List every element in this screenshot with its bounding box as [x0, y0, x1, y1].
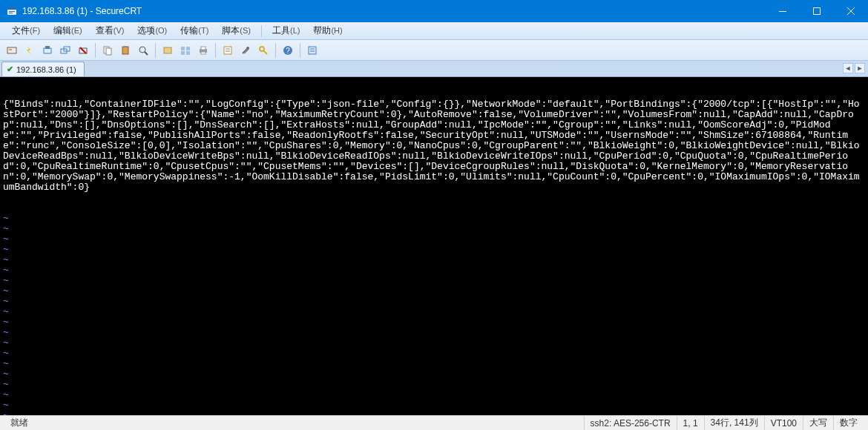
tabbar: ✔ 192.168.3.86 (1) ◄ ►	[0, 61, 868, 77]
connected-check-icon: ✔	[7, 64, 13, 74]
quick-connect-icon[interactable]	[22, 43, 37, 58]
svg-rect-10	[44, 48, 51, 53]
settings-icon[interactable]	[238, 43, 253, 58]
toolbar: ?	[0, 40, 868, 61]
menu-transfer[interactable]: 传输(T)	[174, 23, 214, 39]
terminal-output: {"Binds":null,"ContainerIDFile":"","LogC…	[3, 99, 865, 193]
svg-rect-23	[181, 47, 185, 50]
svg-rect-29	[201, 52, 206, 54]
toolbar-separator	[300, 43, 300, 58]
session-tab[interactable]: ✔ 192.168.3.86 (1)	[1, 62, 85, 76]
paste-icon[interactable]	[118, 43, 133, 58]
tile-icon[interactable]	[178, 43, 193, 58]
app-icon	[6, 5, 18, 17]
status-connection: ssh2: AES-256-CTR	[584, 416, 677, 430]
svg-rect-2	[9, 11, 15, 12]
svg-rect-40	[309, 47, 316, 54]
session-icon[interactable]	[160, 43, 175, 58]
menu-options[interactable]: 选项(O)	[131, 23, 173, 39]
svg-rect-1	[7, 7, 16, 10]
svg-line-37	[263, 50, 267, 54]
reconnect-icon[interactable]	[40, 43, 55, 58]
tab-label: 192.168.3.86 (1)	[16, 65, 76, 74]
status-num: 数字	[833, 416, 864, 430]
toolbar-separator	[95, 43, 96, 58]
menu-view[interactable]: 查看(V)	[90, 23, 131, 39]
status-size: 34行, 141列	[704, 416, 764, 430]
svg-rect-5	[814, 8, 821, 15]
tab-next-icon[interactable]: ►	[855, 63, 865, 73]
menu-script[interactable]: 脚本(S)	[216, 23, 257, 39]
reconnect-all-icon[interactable]	[58, 43, 73, 58]
toolbar-separator	[215, 43, 216, 58]
svg-rect-19	[124, 46, 127, 47]
log-icon[interactable]	[305, 43, 320, 58]
status-ready: 就绪	[4, 416, 34, 430]
minimize-button[interactable]	[766, 0, 800, 22]
window-titlebar: 192.168.3.86 (1) - SecureCRT	[0, 0, 868, 22]
terminal-view[interactable]: {"Binds":null,"ContainerIDFile":"","LogC…	[0, 77, 868, 415]
tab-prev-icon[interactable]: ◄	[843, 63, 853, 73]
tab-nav: ◄ ►	[843, 63, 865, 73]
svg-rect-9	[9, 49, 12, 50]
toolbar-separator	[155, 43, 156, 58]
svg-point-20	[139, 47, 145, 53]
svg-rect-17	[106, 48, 111, 55]
window-controls	[766, 0, 868, 22]
connect-icon[interactable]	[4, 43, 19, 58]
window-title: 192.168.3.86 (1) - SecureCRT	[22, 6, 142, 16]
menu-file[interactable]: 文件(F)	[6, 23, 46, 39]
terminal-empty-lines: ~ ~ ~ ~ ~ ~ ~ ~ ~ ~ ~ ~ ~ ~ ~ ~ ~ ~ ~ ~ …	[3, 214, 865, 415]
svg-rect-3	[9, 13, 13, 13]
svg-rect-30	[224, 47, 231, 54]
svg-rect-11	[45, 46, 50, 49]
svg-rect-4	[779, 11, 786, 12]
toolbar-separator	[275, 43, 276, 58]
menu-tools[interactable]: 工具(L)	[266, 23, 306, 39]
menu-separator	[261, 25, 262, 37]
statusbar: 就绪 ssh2: AES-256-CTR 1, 1 34行, 141列 VT10…	[0, 415, 868, 430]
maximize-button[interactable]	[800, 0, 834, 22]
status-caps: 大写	[803, 416, 833, 430]
print-icon[interactable]	[196, 43, 211, 58]
help-icon[interactable]: ?	[280, 43, 295, 58]
svg-rect-26	[186, 51, 190, 55]
svg-rect-18	[122, 47, 128, 54]
svg-rect-28	[201, 47, 206, 50]
disconnect-icon[interactable]	[76, 43, 91, 58]
svg-line-21	[145, 52, 148, 55]
svg-text:?: ?	[286, 47, 290, 55]
properties-icon[interactable]	[220, 43, 235, 58]
svg-rect-22	[164, 47, 171, 53]
find-icon[interactable]	[136, 43, 151, 58]
status-terminal-type: VT100	[764, 416, 803, 430]
status-cursor: 1, 1	[677, 416, 704, 430]
menu-edit[interactable]: 编辑(E)	[47, 23, 88, 39]
menubar: 文件(F) 编辑(E) 查看(V) 选项(O) 传输(T) 脚本(S) 工具(L…	[0, 22, 868, 40]
key-icon[interactable]	[256, 43, 271, 58]
copy-icon[interactable]	[100, 43, 115, 58]
menu-help[interactable]: 帮助(H)	[307, 23, 348, 39]
svg-rect-25	[181, 51, 185, 55]
svg-rect-24	[186, 47, 190, 50]
close-button[interactable]	[834, 0, 868, 22]
